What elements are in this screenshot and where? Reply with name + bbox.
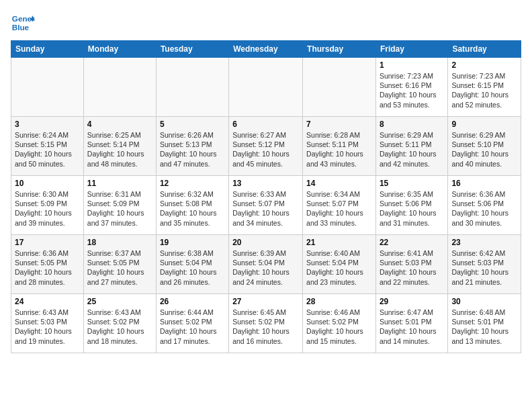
day-number: 5 [160, 120, 225, 129]
day-info: Sunrise: 6:47 AM Sunset: 5:01 PM Dayligh… [380, 308, 444, 346]
day-info: Sunrise: 6:43 AM Sunset: 5:02 PM Dayligh… [87, 308, 152, 346]
calendar-cell: 4Sunrise: 6:25 AM Sunset: 5:14 PM Daylig… [83, 117, 156, 176]
weekday-header: Monday [83, 41, 156, 58]
calendar-cell [83, 58, 156, 117]
day-number: 28 [306, 297, 372, 306]
day-info: Sunrise: 7:23 AM Sunset: 6:15 PM Dayligh… [451, 71, 517, 109]
day-info: Sunrise: 6:42 AM Sunset: 5:03 PM Dayligh… [451, 248, 517, 287]
day-number: 13 [232, 179, 299, 188]
calendar-cell: 17Sunrise: 6:36 AM Sunset: 5:05 PM Dayli… [11, 235, 84, 294]
calendar-cell: 7Sunrise: 6:28 AM Sunset: 5:11 PM Daylig… [303, 117, 376, 176]
calendar-cell: 16Sunrise: 6:36 AM Sunset: 5:06 PM Dayli… [448, 176, 521, 235]
calendar-cell: 14Sunrise: 6:34 AM Sunset: 5:07 PM Dayli… [303, 176, 376, 235]
calendar-cell [229, 58, 303, 117]
day-info: Sunrise: 6:43 AM Sunset: 5:03 PM Dayligh… [15, 308, 80, 346]
day-info: Sunrise: 6:29 AM Sunset: 5:10 PM Dayligh… [451, 130, 517, 169]
day-info: Sunrise: 6:34 AM Sunset: 5:07 PM Dayligh… [306, 189, 372, 228]
day-number: 9 [451, 120, 517, 129]
weekday-header: Saturday [448, 41, 521, 58]
day-number: 23 [451, 238, 517, 247]
day-info: Sunrise: 6:35 AM Sunset: 5:06 PM Dayligh… [380, 189, 444, 228]
logo-icon: General Blue [11, 11, 35, 35]
calendar-table: SundayMondayTuesdayWednesdayThursdayFrid… [11, 40, 521, 353]
day-info: Sunrise: 6:36 AM Sunset: 5:06 PM Dayligh… [451, 189, 517, 228]
day-number: 30 [451, 297, 517, 306]
calendar-cell: 21Sunrise: 6:40 AM Sunset: 5:04 PM Dayli… [303, 235, 376, 294]
day-number: 27 [232, 297, 299, 306]
svg-text:Blue: Blue [12, 23, 30, 32]
day-info: Sunrise: 6:27 AM Sunset: 5:12 PM Dayligh… [232, 130, 299, 169]
calendar-cell: 8Sunrise: 6:29 AM Sunset: 5:11 PM Daylig… [375, 117, 447, 176]
calendar-cell: 13Sunrise: 6:33 AM Sunset: 5:07 PM Dayli… [229, 176, 303, 235]
logo: General Blue [11, 11, 35, 35]
day-number: 1 [380, 60, 444, 70]
day-number: 29 [380, 297, 444, 306]
day-number: 20 [232, 238, 299, 247]
calendar-cell: 24Sunrise: 6:43 AM Sunset: 5:03 PM Dayli… [11, 294, 84, 353]
day-info: Sunrise: 6:32 AM Sunset: 5:08 PM Dayligh… [160, 189, 225, 228]
day-info: Sunrise: 6:38 AM Sunset: 5:04 PM Dayligh… [160, 248, 225, 287]
day-number: 18 [87, 238, 152, 247]
day-number: 8 [380, 120, 444, 129]
calendar-cell: 23Sunrise: 6:42 AM Sunset: 5:03 PM Dayli… [448, 235, 521, 294]
day-number: 24 [15, 297, 80, 306]
calendar-cell: 19Sunrise: 6:38 AM Sunset: 5:04 PM Dayli… [156, 235, 228, 294]
day-number: 14 [306, 179, 372, 188]
calendar-cell: 20Sunrise: 6:39 AM Sunset: 5:04 PM Dayli… [229, 235, 303, 294]
calendar-cell: 3Sunrise: 6:24 AM Sunset: 5:15 PM Daylig… [11, 117, 84, 176]
day-info: Sunrise: 6:46 AM Sunset: 5:02 PM Dayligh… [306, 308, 372, 346]
calendar-cell: 6Sunrise: 6:27 AM Sunset: 5:12 PM Daylig… [229, 117, 303, 176]
weekday-header: Thursday [303, 41, 376, 58]
calendar-cell: 26Sunrise: 6:44 AM Sunset: 5:02 PM Dayli… [156, 294, 228, 353]
day-info: Sunrise: 6:48 AM Sunset: 5:01 PM Dayligh… [451, 308, 517, 346]
day-number: 11 [87, 179, 152, 188]
day-info: Sunrise: 6:29 AM Sunset: 5:11 PM Dayligh… [380, 130, 444, 169]
calendar-cell: 25Sunrise: 6:43 AM Sunset: 5:02 PM Dayli… [83, 294, 156, 353]
day-info: Sunrise: 6:28 AM Sunset: 5:11 PM Dayligh… [306, 130, 372, 169]
calendar-cell [11, 58, 84, 117]
calendar-cell: 2Sunrise: 7:23 AM Sunset: 6:15 PM Daylig… [448, 58, 521, 117]
day-number: 26 [160, 297, 225, 306]
calendar-cell: 9Sunrise: 6:29 AM Sunset: 5:10 PM Daylig… [448, 117, 521, 176]
calendar-cell: 5Sunrise: 6:26 AM Sunset: 5:13 PM Daylig… [156, 117, 228, 176]
calendar-cell: 10Sunrise: 6:30 AM Sunset: 5:09 PM Dayli… [11, 176, 84, 235]
calendar-cell [303, 58, 376, 117]
day-number: 21 [306, 238, 372, 247]
calendar-cell: 18Sunrise: 6:37 AM Sunset: 5:05 PM Dayli… [83, 235, 156, 294]
day-number: 25 [87, 297, 152, 306]
day-info: Sunrise: 6:24 AM Sunset: 5:15 PM Dayligh… [15, 130, 80, 169]
day-info: Sunrise: 6:25 AM Sunset: 5:14 PM Dayligh… [87, 130, 152, 169]
day-number: 16 [451, 179, 517, 188]
calendar-cell: 22Sunrise: 6:41 AM Sunset: 5:03 PM Dayli… [375, 235, 447, 294]
day-number: 19 [160, 238, 225, 247]
day-info: Sunrise: 6:31 AM Sunset: 5:09 PM Dayligh… [87, 189, 152, 228]
day-number: 7 [306, 120, 372, 129]
day-number: 22 [380, 238, 444, 247]
calendar-cell: 12Sunrise: 6:32 AM Sunset: 5:08 PM Dayli… [156, 176, 228, 235]
day-number: 6 [232, 120, 299, 129]
calendar-cell [156, 58, 228, 117]
day-number: 3 [15, 120, 80, 129]
day-number: 10 [15, 179, 80, 188]
calendar-cell: 30Sunrise: 6:48 AM Sunset: 5:01 PM Dayli… [448, 294, 521, 353]
weekday-header: Wednesday [229, 41, 303, 58]
page-header: General Blue [11, 11, 521, 35]
day-number: 15 [380, 179, 444, 188]
weekday-header: Tuesday [156, 41, 228, 58]
weekday-header: Sunday [11, 41, 84, 58]
day-info: Sunrise: 6:39 AM Sunset: 5:04 PM Dayligh… [232, 248, 299, 287]
day-info: Sunrise: 6:40 AM Sunset: 5:04 PM Dayligh… [306, 248, 372, 287]
day-info: Sunrise: 6:41 AM Sunset: 5:03 PM Dayligh… [380, 248, 444, 287]
calendar-cell: 11Sunrise: 6:31 AM Sunset: 5:09 PM Dayli… [83, 176, 156, 235]
calendar-cell: 29Sunrise: 6:47 AM Sunset: 5:01 PM Dayli… [375, 294, 447, 353]
day-number: 17 [15, 238, 80, 247]
day-info: Sunrise: 6:36 AM Sunset: 5:05 PM Dayligh… [15, 248, 80, 287]
calendar-cell: 28Sunrise: 6:46 AM Sunset: 5:02 PM Dayli… [303, 294, 376, 353]
calendar-cell: 1Sunrise: 7:23 AM Sunset: 6:16 PM Daylig… [375, 58, 447, 117]
weekday-header: Friday [375, 41, 447, 58]
day-info: Sunrise: 7:23 AM Sunset: 6:16 PM Dayligh… [380, 71, 444, 109]
day-info: Sunrise: 6:44 AM Sunset: 5:02 PM Dayligh… [160, 308, 225, 346]
day-info: Sunrise: 6:45 AM Sunset: 5:02 PM Dayligh… [232, 308, 299, 346]
day-info: Sunrise: 6:30 AM Sunset: 5:09 PM Dayligh… [15, 189, 80, 228]
day-number: 2 [451, 60, 517, 70]
